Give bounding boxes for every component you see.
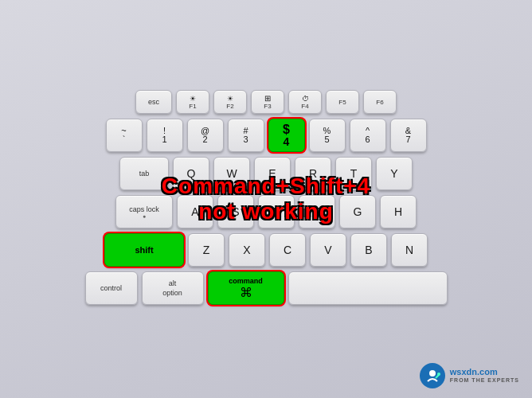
asdf-row: caps lock ● A S D F G H — [16, 195, 516, 228]
key-n[interactable]: N — [391, 233, 428, 267]
shift-row: shift Z X C V B N — [16, 233, 516, 267]
watermark-text: wsxdn.com FROM THE EXPERTS — [450, 367, 519, 384]
key-c[interactable]: C — [269, 233, 306, 267]
key-g[interactable]: G — [339, 195, 376, 228]
key-b[interactable]: B — [350, 233, 387, 267]
key-tab[interactable]: tab — [119, 157, 169, 190]
key-command[interactable]: command ⌘ — [208, 271, 284, 305]
key-f3[interactable]: ⊞ F3 — [251, 90, 284, 114]
key-7[interactable]: & 7 — [390, 119, 427, 152]
key-e[interactable]: E — [254, 157, 291, 190]
key-s[interactable]: S — [217, 195, 254, 228]
key-w[interactable]: W — [213, 157, 250, 190]
key-y[interactable]: Y — [376, 157, 413, 190]
key-f6[interactable]: F6 — [363, 90, 397, 114]
num-row: ~ ` ! 1 @ 2 # 3 $ 4 % 5 ^ 6 & 7 — [16, 119, 516, 152]
key-2[interactable]: @ 2 — [187, 119, 224, 152]
watermark: wsxdn.com FROM THE EXPERTS — [420, 363, 519, 388]
qwerty-row: tab Q W E R T Y — [16, 157, 516, 190]
key-tilde[interactable]: ~ ` — [106, 119, 143, 152]
key-1[interactable]: ! 1 — [147, 119, 183, 152]
watermark-tagline: FROM THE EXPERTS — [450, 377, 519, 384]
key-r[interactable]: R — [295, 157, 331, 190]
keyboard-container: esc ☀ F1 ☀ F2 ⊞ F3 ⏱ F4 F5 F6 ~ ` — [0, 0, 532, 398]
key-x[interactable]: X — [229, 233, 265, 267]
key-t[interactable]: T — [335, 157, 372, 190]
key-4[interactable]: $ 4 — [268, 119, 305, 152]
key-f1[interactable]: ☀ F1 — [176, 90, 209, 114]
watermark-logo — [420, 363, 445, 388]
key-3[interactable]: # 3 — [228, 119, 264, 152]
key-z[interactable]: Z — [188, 233, 225, 267]
key-control[interactable]: control — [85, 271, 138, 305]
key-esc[interactable]: esc — [135, 90, 172, 114]
key-d[interactable]: D — [258, 195, 295, 228]
key-shift-left[interactable]: shift — [104, 233, 184, 267]
key-f2[interactable]: ☀ F2 — [213, 90, 247, 114]
svg-point-1 — [437, 373, 440, 376]
bottom-row: control alt option command ⌘ — [16, 271, 516, 305]
key-space[interactable] — [288, 271, 448, 305]
svg-point-0 — [429, 370, 436, 377]
key-f5[interactable]: F5 — [326, 90, 359, 114]
fn-row: esc ☀ F1 ☀ F2 ⊞ F3 ⏱ F4 F5 F6 — [16, 90, 516, 114]
key-h[interactable]: H — [380, 195, 417, 228]
key-6[interactable]: ^ 6 — [350, 119, 386, 152]
watermark-site: wsxdn.com — [450, 367, 519, 377]
key-a[interactable]: A — [177, 195, 213, 228]
key-q[interactable]: Q — [173, 157, 209, 190]
key-f[interactable]: F — [299, 195, 335, 228]
key-f4[interactable]: ⏱ F4 — [288, 90, 322, 114]
key-5[interactable]: % 5 — [309, 119, 346, 152]
key-caps-lock[interactable]: caps lock ● — [115, 195, 173, 228]
key-option[interactable]: alt option — [142, 271, 204, 305]
key-v[interactable]: V — [310, 233, 346, 267]
